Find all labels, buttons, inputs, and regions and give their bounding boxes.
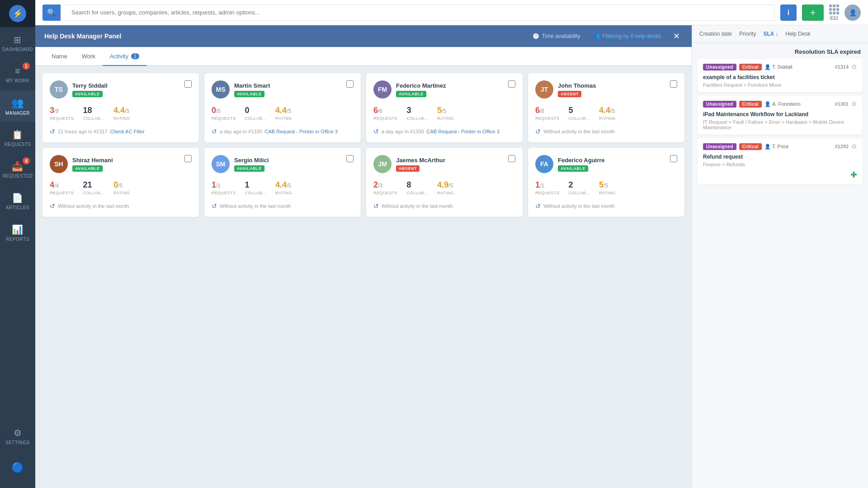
stat-rating: 0/5 RATING — [113, 180, 130, 195]
manager-icon: 👥 — [11, 97, 24, 109]
ticket-gear-icon[interactable]: ⚙ — [851, 100, 857, 108]
panel-area: Help Desk Manager Panel 🕐 Time availabil… — [35, 25, 692, 488]
sort-sla[interactable]: SLA ↓ — [763, 31, 778, 37]
sidebar-item-requests[interactable]: 📋 REQUESTS — [0, 122, 35, 154]
panel-title: Help Desk Manager Panel — [44, 33, 524, 40]
topbar: 🔍 i ＋ 832 👤 — [35, 0, 868, 25]
stat-rating-value: 4.4/5 — [275, 106, 291, 115]
tab-activity-badge: 1 — [131, 53, 139, 59]
user-icon: 👤 — [764, 101, 771, 107]
sidebar-item-label: ARTICLES — [6, 205, 30, 210]
stat-rating-label: RATING — [113, 191, 130, 195]
agent-select-checkbox[interactable] — [508, 155, 515, 162]
badge-unassigned: Unassigned — [703, 143, 736, 150]
sidebar-item-label: MY WORK — [6, 78, 29, 83]
sort-priority[interactable]: Priority — [739, 31, 756, 37]
badge-critical: Critical — [739, 101, 762, 108]
agent-name: Sergio Milici — [234, 157, 269, 164]
settings-icon: ⚙ — [14, 427, 22, 438]
agent-card-header: JM Jaemes McArthur ABSENT — [373, 155, 515, 173]
sidebar-item-dashboard[interactable]: ⊞ DASHBOARD — [0, 27, 35, 59]
agent-activity-jaemes-mcarthur: ↺ Without activity in the last month — [373, 202, 515, 210]
agent-card-john-thomas: JT John Thomas ABSENT 6/8 REQUESTS 5 COL… — [528, 73, 684, 142]
sidebar-item-reports[interactable]: 📊 REPORTS — [0, 217, 35, 249]
sort-arrow-icon: ↓ — [775, 31, 778, 37]
activity-text: Without activity in the last month — [220, 203, 291, 209]
agent-select-checkbox[interactable] — [346, 155, 354, 162]
agent-select-checkbox[interactable] — [670, 80, 677, 88]
search-input[interactable] — [66, 5, 775, 21]
activity-icon: ↺ — [50, 128, 55, 135]
avatar-initials: JM — [378, 160, 387, 168]
stat-requests-value: 1/1 — [212, 180, 221, 190]
ticket-card-ticket-1292: Unassigned Critical 👤 T. Price #1292 ⚙ R… — [698, 138, 863, 184]
info-button[interactable]: i — [780, 5, 797, 21]
stat-rating-label: RATING — [599, 191, 615, 195]
ticket-gear-icon[interactable]: ⚙ — [851, 143, 857, 150]
activity-icon: ↺ — [373, 128, 379, 135]
sidebar-item-label: REPORTS — [6, 237, 29, 242]
clock-icon: 🕐 — [533, 33, 539, 39]
panel-close-button[interactable]: ✕ — [670, 30, 683, 42]
activity-time: a day ago in #1330 — [220, 129, 262, 134]
avatar-initials: MS — [216, 86, 226, 93]
tab-work[interactable]: Work — [75, 47, 103, 66]
stat-collabs: 5 COLLAB... — [569, 106, 590, 121]
sidebar-item-settings[interactable]: ⚙ SETTINGS — [0, 420, 35, 452]
agent-select-checkbox[interactable] — [184, 155, 192, 162]
stat-rating: 4.4/5 RATING — [113, 106, 130, 121]
ticket-add-icon[interactable]: ✚ — [850, 170, 857, 180]
user-icon: 👤 — [764, 64, 771, 70]
ticket-gear-icon[interactable]: ⚙ — [851, 63, 857, 70]
stat-rating-value: 0/5 — [113, 180, 123, 190]
ticket-actions: ✚ — [703, 170, 857, 180]
sort-creation-date[interactable]: Creation date — [699, 31, 732, 37]
search-button[interactable]: 🔍 — [42, 5, 61, 21]
activity-link[interactable]: CAB Request - Printer in Office 3 — [265, 129, 338, 134]
agent-card-header: FA Federico Aguirre AVAILABLE — [535, 155, 677, 173]
filter-button[interactable]: 👥 Filtering by 6 help desks — [590, 31, 665, 41]
agent-info: Martin Smart AVAILABLE — [234, 82, 270, 97]
stat-collabs-value: 1 — [245, 180, 250, 190]
stat-collabs-label: COLLAB... — [569, 191, 590, 195]
agent-avatar: FA — [535, 155, 553, 173]
stat-collabs: 3 COLLAB... — [407, 106, 429, 121]
sidebar-item-my-work[interactable]: 1 ≡ MY WORK — [0, 59, 35, 90]
my-work-badge: 1 — [23, 62, 30, 70]
agent-select-checkbox[interactable] — [670, 155, 677, 162]
grid-menu-button[interactable]: 832 — [829, 5, 839, 21]
sort-help-desk[interactable]: Help Desk — [785, 31, 810, 37]
agent-card-header: SM Sergio Milici AVAILABLE — [212, 155, 354, 173]
sidebar-item-manager[interactable]: 👥 MANAGER — [0, 90, 35, 122]
user-avatar[interactable]: 👤 — [844, 5, 861, 21]
stat-collabs: 18 COLLAB... — [83, 106, 105, 121]
sidebar-item-requested[interactable]: 4 📥 REQUESTED — [0, 154, 35, 185]
agent-activity-sergio-milici: ↺ Without activity in the last month — [212, 202, 354, 210]
right-panel: Creation date Priority SLA ↓ Help Desk R… — [692, 25, 868, 488]
sidebar-logo[interactable]: ⚡ — [0, 0, 35, 27]
tab-name-label: Name — [52, 53, 67, 60]
sidebar-item-articles[interactable]: 📄 ARTICLES — [0, 185, 35, 217]
ticket-path: Finance > Refunds — [703, 162, 857, 167]
stat-requests: 6/6 REQUESTS — [373, 106, 398, 121]
agent-status: ABSENT — [396, 165, 420, 172]
activity-link[interactable]: Check AC Filter — [110, 129, 144, 134]
add-button[interactable]: ＋ — [802, 5, 824, 21]
agent-name: Shiraz Hemani — [72, 157, 113, 164]
agent-select-checkbox[interactable] — [184, 80, 192, 88]
sidebar-item-support[interactable]: 🔵 — [0, 452, 35, 483]
stat-rating-value: 4.4/5 — [599, 106, 615, 115]
tab-name[interactable]: Name — [44, 47, 75, 66]
stat-requests: 4/4 REQUESTS — [50, 180, 74, 195]
stat-requests-label: REQUESTS — [535, 191, 560, 195]
agent-select-checkbox[interactable] — [346, 80, 354, 88]
time-availability-button[interactable]: 🕐 Time availability — [529, 31, 584, 41]
activity-link[interactable]: CAB Request - Printer in Office 3 — [427, 129, 500, 134]
ticket-id: #1292 — [835, 144, 849, 149]
agent-info: Terry Siddall AVAILABLE — [72, 82, 108, 97]
agent-stats: 1/1 REQUESTS 1 COLLAB... 4.4/5 RATING — [212, 180, 354, 195]
agent-select-checkbox[interactable] — [508, 80, 515, 88]
ticket-card-ticket-1301: Unassigned Critical 👤 A. Forestiero #130… — [698, 96, 863, 135]
agent-info: Jaemes McArthur ABSENT — [396, 157, 445, 172]
tab-activity[interactable]: Activity 1 — [103, 47, 146, 66]
